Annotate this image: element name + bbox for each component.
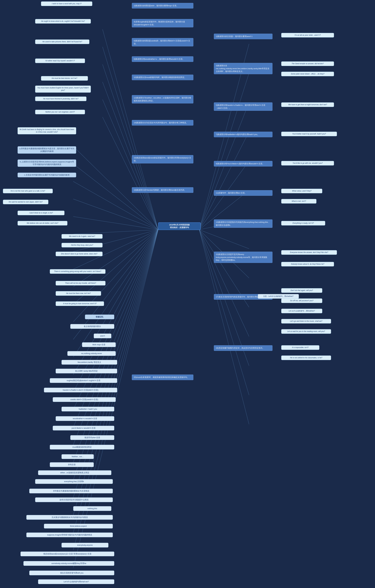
sub-nothing-this: nothing,this <box>73 506 111 511</box>
example-6: He used to take pictures there, didn't h… <box>35 40 89 44</box>
rule-20: 20)must在表'推测'时，根据其被猜测词的情况来确定反意疑问句。 <box>132 375 193 380</box>
example-4: He ought to know what to do, oughtn't he… <box>35 19 91 23</box>
rule-13: 13)陈述部分主语是指示代词或代词everything,that,nothing… <box>214 220 273 228</box>
svg-line-1 <box>102 47 158 230</box>
sub-arent: aren't <box>94 334 111 338</box>
example-let-us-wait: Let us wait for you in the reading-room,… <box>281 329 331 334</box>
rule-18: 18)陈述部分是'therebe'结构的，疑问部分用there做主语代词。 <box>132 187 193 193</box>
sub-oughto: oughto(情态词)如do/don't oughtn't+主语 <box>50 378 117 383</box>
sub-everything-that: everything,that,主语用it <box>35 479 113 484</box>
svg-line-34 <box>199 132 249 230</box>
svg-line-32 <box>199 73 249 230</box>
sub-subject-clause: 主从复合句遵循谁的从句与的疑问从句情况 <box>26 515 113 520</box>
example-lets-go-listen: Let's go and listen to the music, shall … <box>281 319 331 324</box>
rule-8: 8)陈述部分有wouldrather+v.，疑问部分多用wouldn't+主语。 <box>132 56 193 62</box>
svg-line-12 <box>73 230 158 252</box>
example-dont-do: Don't do that again, will you? <box>281 288 322 293</box>
sub-parallel-subject: 并列主语 <box>50 462 94 467</box>
note-lets: 注意：Let's什么动的使句，用shall/we? <box>258 294 299 299</box>
example-like-to-go: You'd like to go with me, wouldn't you? <box>281 161 334 166</box>
rule-11: 11)祈祷句中，疑问部分用be+主语。 <box>214 190 273 196</box>
svg-line-9 <box>73 199 158 230</box>
example-sister: I'm as tall as your sister , aren't I? <box>281 33 334 37</box>
example-need-we: We need to do it again, need we? <box>62 234 102 239</box>
example-no-trouble: There will not be any trouble, will ther… <box>56 281 105 285</box>
rule-10: 10)陈述部分含must的疑问句时，疑问部分根据实际情况而定。 <box>132 75 193 80</box>
sub-suppose-imagine: suppose,imagine等特殊与疑问从句与疑问问题的情况 <box>26 533 113 537</box>
rule-14-b: b.上述部分主语是否定词think,believe,expect,suppose… <box>18 159 76 167</box>
sub-rarely-little: 各义词时 rarely little等否定 <box>56 369 117 373</box>
rule-14: 14)陈述部分分为主语从句与并列复合句，疑问部分有三种情况。 <box>132 120 193 126</box>
rule-14-c: c.主语从句中疑问部分从属子句与疑问从句或疑问标准 <box>18 173 76 177</box>
sub-woh-may: Woh may+主语 <box>82 342 116 347</box>
rule-4: 4)含有oughto的反意疑问句，陈述部分是肯定的，疑问部分是shouldn't… <box>132 19 193 27</box>
example-plain: Some plain never blown（种过）, do they? <box>281 72 334 76</box>
example-not-unkind: He is not unkind to his classmates, is h… <box>281 356 331 360</box>
svg-line-41 <box>199 230 249 336</box>
example-dare-you: He/Are they busy, dare you? <box>62 243 102 247</box>
example-let-us-shut: Let us什么动的使句，用shall/we? <box>281 309 322 313</box>
example-colour: What colour, aren't they? <box>281 189 322 193</box>
sub-haveto: haveto+v./hadto+v.don't+主语(didn't+主语) <box>44 388 117 392</box>
example-not-man: He is not the man who gave us a talk, is… <box>3 189 53 193</box>
quick-memory: 快速记忆 <box>85 315 114 319</box>
example-doesnt-dare: She doesn't dare to go home alone, does … <box>56 252 102 256</box>
rule-1: 1)陈述部分的主语是I，疑问部分要用aren't I. <box>214 34 273 39</box>
sub-neither-nor: Neither...nor... <box>62 454 94 459</box>
sub-somebody-nobody: somebody,nobody,noone被数they,常用he <box>23 561 114 566</box>
example-something-wrong: There is something going wrong with your… <box>50 269 105 274</box>
svg-line-7 <box>73 164 158 230</box>
example-must-there: He must be there now, isn't he? <box>56 291 101 296</box>
example-seed: The Seed emade no answer, did he/she? <box>281 62 334 66</box>
sub-wouldrather: wouldrather+v wouldn't+主语 <box>56 416 114 421</box>
rule-7: 7)陈述部分有hadbetter+v疑问句部分用hadn't you。 <box>214 132 273 137</box>
example-impossible: It is impossible, isn't? <box>281 345 319 350</box>
example-nobody-knows: Nobody knows about it, do they?/does he? <box>281 262 334 266</box>
svg-line-5 <box>102 117 158 230</box>
rule-16: 16)情态动词dare或need的反意疑问句，疑问部分常用need(dare)+… <box>132 155 193 163</box>
sub-either-or: either...or连接其及其逻辑意义而定 <box>38 470 111 475</box>
example-mr-smith: Mr.Smith had been to Beijing for several… <box>18 127 76 134</box>
rule-5: 5)陈述部分有haveto+v./hadto+v.，疑问部分常用don't+主语… <box>214 102 273 111</box>
rule-3: 3)陈述部分含me,nothing,nobody,never,few,seldo… <box>214 63 273 74</box>
rule-12: 12)陈述部分为neither...nor,either...or连接的并列主语… <box>132 95 193 104</box>
example-2: I wish to have a word with you, may I? <box>41 1 92 6</box>
rule-6: 6)陈述部分的谓语是usedto的，疑问部分用didn't+主语或usedn't… <box>132 38 193 46</box>
mind-map: 2019年6月大学英语四级 语法知识：反意疑问句 2)陈述部分的谓语是wish，… <box>0 0 375 588</box>
sub-usedto: usedto didn't+主语(usedn't+主语) <box>53 397 116 402</box>
svg-line-11 <box>73 230 158 234</box>
sub-youliketo: you'd liketo+v wouldn't+主语 <box>53 426 114 430</box>
example-must-english: You must have studied English for three … <box>35 86 91 93</box>
svg-line-38 <box>199 230 249 249</box>
example-neither-nor: Neither you nor I am engineer, aren't? <box>35 110 85 114</box>
example-must-doctor: He must be best doctor, isn't he? <box>41 76 88 81</box>
svg-line-10 <box>73 217 158 230</box>
sub-negative-words: 这些主语是否定词 真题是什么情况 <box>35 497 113 502</box>
sub-parallel-compound: 并列复合句遵循谁的规则看谁从句主语情况 <box>29 489 113 493</box>
example-everyone-knows: Everyone knows the answer, don't they?/d… <box>281 250 337 255</box>
sub-everybody: everybody,anyone <box>62 543 108 547</box>
sub-no-nothing: no,nothing,nobody,never <box>67 351 116 356</box>
example-everything-ready: Everything is ready, isn't it? <box>281 221 325 225</box>
example-have-to-get: We have to get there at eight tomorrow, … <box>281 102 334 107</box>
example-finished-yesterday: He must have finished it yesterday, didn… <box>35 96 87 101</box>
example-dont-think: I don't think he is bright, is he? <box>18 211 65 215</box>
sub-she: 情况可代she+主语 <box>70 435 114 440</box>
rule-14-a: a.并列复合句遵循谁的规则看谁从句是主语，疑问部分从属子句与从属疑问句标准 <box>18 146 76 154</box>
example-visit-japan: He said he wanted to visit Japan, didn't… <box>3 200 48 204</box>
svg-line-4 <box>102 99 158 230</box>
sub-think-believe: think,believe,expect <box>44 524 113 528</box>
center-title: 2019年6月大学英语四级 语法知识：反意疑问句 <box>158 222 201 230</box>
example-believe-she: We believe she can do better, can't she? <box>18 221 67 225</box>
svg-line-23 <box>73 230 158 445</box>
sub-omit-subject: 省去主语的祈使句用will you <box>29 571 114 575</box>
example-better-read: You'd better read it by yourself, hadn't… <box>281 132 337 136</box>
example-what-is-me: What is me!, isn't? <box>281 199 316 203</box>
svg-line-2 <box>102 64 158 230</box>
example-8: I'd rather read it by myself, wouldn't I… <box>35 59 85 63</box>
rule-19: 19)否定前缀不能视为否定词，其反意问句仍用否定形式。 <box>214 345 273 351</box>
rule-9: 9)陈述部分有You'd liketo+v.疑问句部分用wouldn't+主语。 <box>214 161 273 167</box>
sub-lets: Let's什么动的使句用shall we? <box>38 579 114 584</box>
sub-dare-need: 情态动词dare或need(dare)从+主语 常用need(dare)+主语 <box>21 552 114 556</box>
rule-2: 2)陈述部分的谓语是wish，疑问部分要用may+主语。 <box>132 3 193 9</box>
